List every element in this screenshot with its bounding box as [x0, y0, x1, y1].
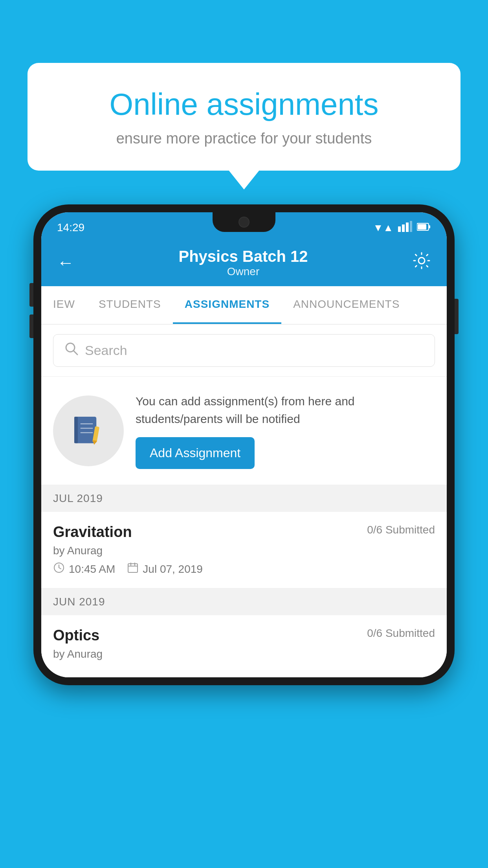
svg-rect-5: [429, 225, 430, 228]
phone-outer: 14:29 ▼▲: [33, 204, 455, 685]
header-center: Physics Batch 12 Owner: [178, 248, 308, 278]
tabs-bar: IEW STUDENTS ASSIGNMENTS ANNOUNCEMENTS: [41, 286, 447, 325]
tab-iew[interactable]: IEW: [41, 286, 87, 324]
phone-notch: [213, 212, 275, 232]
tab-announcements[interactable]: ANNOUNCEMENTS: [281, 286, 411, 324]
month-header-jun: JUN 2019: [41, 588, 447, 615]
back-button[interactable]: ←: [57, 253, 74, 272]
info-card-description: You can add assignment(s) from here and …: [136, 392, 435, 428]
search-placeholder: Search: [85, 343, 127, 358]
speech-bubble-subtitle: ensure more practice for your students: [55, 130, 433, 147]
svg-rect-1: [402, 224, 405, 232]
assignment-by: by Anurag: [53, 544, 435, 557]
month-header-jul: JUL 2019: [41, 485, 447, 512]
assignment-name-optics: Optics: [53, 627, 99, 644]
signal-icon: [398, 221, 412, 235]
status-time: 14:29: [57, 221, 84, 234]
phone-container: 14:29 ▼▲: [33, 204, 455, 868]
calendar-icon: [127, 562, 139, 576]
svg-rect-3: [410, 221, 412, 232]
assignment-name: Gravitation: [53, 524, 132, 541]
speech-bubble: Online assignments ensure more practice …: [28, 63, 460, 171]
notebook-icon: [71, 413, 106, 449]
info-card-right: You can add assignment(s) from here and …: [136, 392, 435, 469]
battery-icon: [417, 222, 431, 234]
assignment-item-top-optics: Optics 0/6 Submitted: [53, 627, 435, 644]
assignment-date: Jul 07, 2019: [143, 563, 203, 576]
svg-point-7: [418, 257, 425, 264]
speech-bubble-title: Online assignments: [55, 86, 433, 122]
svg-rect-20: [128, 564, 138, 572]
phone-volume-down-button: [29, 314, 33, 338]
settings-button[interactable]: [412, 251, 431, 274]
meta-date: Jul 07, 2019: [127, 562, 203, 576]
svg-line-9: [73, 351, 77, 355]
info-card: You can add assignment(s) from here and …: [41, 377, 447, 485]
assignment-submitted-optics: 0/6 Submitted: [367, 627, 435, 640]
add-assignment-button[interactable]: Add Assignment: [136, 437, 255, 469]
svg-line-19: [59, 568, 61, 569]
search-input-wrapper[interactable]: Search: [53, 334, 435, 367]
status-icons: ▼▲: [373, 221, 431, 235]
phone-camera: [238, 217, 250, 228]
tab-assignments[interactable]: ASSIGNMENTS: [173, 286, 281, 324]
assignment-meta: 10:45 AM Jul 07, 2019: [53, 562, 435, 576]
header-title: Physics Batch 12: [178, 248, 308, 265]
notebook-icon-circle: [53, 395, 124, 466]
assignment-item-top: Gravitation 0/6 Submitted: [53, 524, 435, 541]
svg-rect-11: [74, 417, 78, 443]
tab-students[interactable]: STUDENTS: [87, 286, 173, 324]
search-icon: [64, 342, 79, 359]
assignment-time: 10:45 AM: [69, 563, 115, 576]
assignment-by-optics: by Anurag: [53, 648, 435, 660]
header-subtitle: Owner: [178, 265, 308, 278]
phone-volume-up-button: [29, 283, 33, 307]
search-container: Search: [41, 325, 447, 377]
assignment-submitted: 0/6 Submitted: [367, 524, 435, 536]
svg-rect-0: [398, 226, 401, 232]
assignment-item-gravitation[interactable]: Gravitation 0/6 Submitted by Anurag: [41, 512, 447, 588]
assignment-item-optics[interactable]: Optics 0/6 Submitted by Anurag: [41, 615, 447, 677]
speech-bubble-container: Online assignments ensure more practice …: [28, 63, 460, 171]
svg-rect-6: [418, 224, 426, 230]
app-header: ← Physics Batch 12 Owner: [41, 239, 447, 286]
clock-icon: [53, 562, 65, 576]
wifi-icon: ▼▲: [373, 222, 393, 234]
phone-power-button: [455, 299, 459, 334]
phone-screen: 14:29 ▼▲: [41, 212, 447, 677]
svg-rect-2: [406, 223, 409, 232]
meta-time: 10:45 AM: [53, 562, 115, 576]
